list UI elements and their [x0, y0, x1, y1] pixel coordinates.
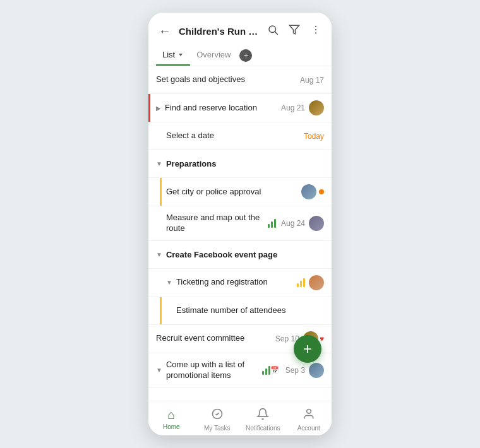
table-row[interactable]: Set goals and objectives Aug 17 — [148, 66, 332, 94]
chevron-icon: ▶ — [156, 105, 161, 112]
nav-my-tasks[interactable]: My Tasks — [195, 406, 241, 433]
avatar — [309, 363, 324, 378]
table-row[interactable]: ▶ Find and reserve location Aug 21 — [148, 94, 332, 122]
svg-marker-2 — [290, 25, 299, 34]
page-title: Children's Run for ... — [179, 26, 260, 37]
heart-icon: ♥ — [320, 334, 324, 343]
calendar-icon: 📅 — [270, 366, 279, 374]
nav-account[interactable]: Account — [286, 406, 332, 433]
add-tab-button[interactable]: + — [239, 49, 252, 62]
svg-marker-6 — [179, 54, 183, 56]
chevron-icon: ▼ — [156, 160, 162, 167]
tab-list[interactable]: List — [156, 45, 190, 66]
section-header-facebook[interactable]: ▼ Create Facebook event page — [148, 241, 332, 269]
avatar — [309, 275, 324, 290]
more-icon[interactable] — [308, 23, 324, 40]
priority-dot — [319, 189, 324, 194]
priority-bars — [297, 278, 305, 287]
list-wrapper: Set goals and objectives Aug 17 ▶ Find a… — [148, 66, 332, 401]
avatar — [301, 184, 316, 199]
avatar — [309, 100, 324, 115]
nav-home[interactable]: ⌂ Home — [148, 406, 195, 433]
svg-point-5 — [315, 32, 316, 33]
chevron-icon: ▼ — [156, 367, 162, 374]
svg-point-8 — [306, 410, 311, 414]
chevron-icon: ▼ — [166, 279, 172, 286]
table-row[interactable]: Measure and map out the route Aug 24 — [148, 206, 332, 241]
tab-overview[interactable]: Overview — [190, 45, 237, 66]
section-header-preparations[interactable]: ▼ Preparations — [148, 150, 332, 178]
avatar — [309, 216, 324, 231]
svg-point-3 — [315, 26, 316, 27]
table-row[interactable]: ▼ Ticketing and registration — [148, 269, 332, 297]
table-row[interactable]: Estimate number of attendees — [148, 297, 332, 325]
back-button[interactable]: ← — [156, 23, 174, 40]
chevron-icon: ▼ — [156, 251, 162, 258]
tab-bar: List Overview + — [148, 45, 332, 66]
table-row[interactable]: Get city or police approval — [148, 178, 332, 206]
svg-line-1 — [275, 32, 277, 34]
filter-icon[interactable] — [286, 23, 303, 40]
priority-bars — [268, 219, 276, 228]
priority-bars — [262, 366, 270, 375]
nav-notifications[interactable]: Notifications — [240, 406, 286, 433]
svg-point-4 — [315, 29, 316, 30]
add-task-fab[interactable]: + — [294, 335, 321, 363]
account-icon — [303, 408, 315, 423]
search-icon[interactable] — [265, 23, 281, 40]
tasks-icon — [211, 408, 224, 423]
notifications-icon — [256, 408, 269, 423]
app-header: ← Children's Run for ... — [148, 13, 332, 45]
table-row[interactable]: Select a date Today — [148, 122, 332, 150]
home-icon: ⌂ — [167, 408, 175, 422]
bottom-navigation: ⌂ Home My Tasks Notifications Account — [148, 401, 332, 435]
